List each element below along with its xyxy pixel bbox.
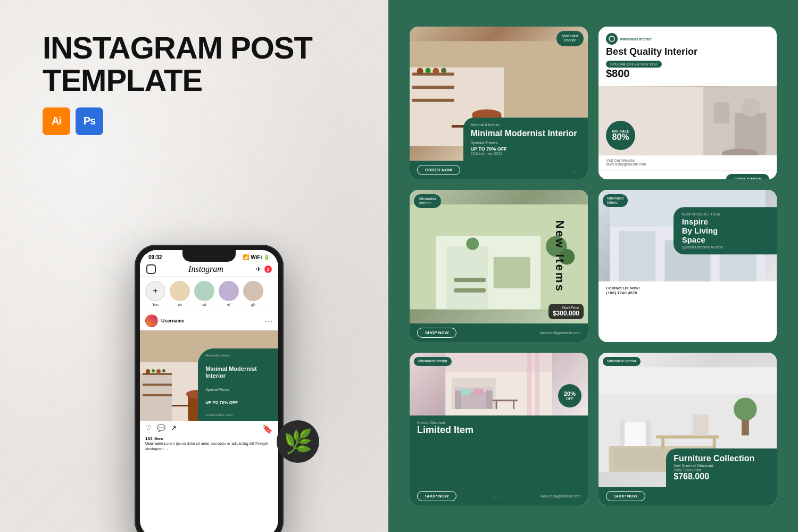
svg-rect-55 <box>473 389 483 395</box>
story-item-1[interactable]: ab <box>170 281 190 306</box>
card4-phone: (+00) 1240 4578 <box>606 290 769 295</box>
svg-rect-46 <box>720 254 757 281</box>
card1-title: Minimal Modernist Interior <box>471 129 581 138</box>
story-avatar-3 <box>219 281 239 301</box>
svg-rect-4 <box>143 384 172 386</box>
bookmark-icon[interactable]: 🔖 <box>262 424 273 434</box>
card3-new-items-label: New Items <box>553 221 567 293</box>
card3-price-tag: Start Price $300.000 <box>548 304 584 319</box>
post-caption: Username Lorem ipsum dolor sit amet, con… <box>145 441 273 452</box>
card2-special-offer: SPECIAL OFFER FOR YOU <box>606 61 662 68</box>
photoshop-badge: Ps <box>76 107 103 135</box>
card4-brand: MinimalistInterior <box>607 196 624 205</box>
svg-point-20 <box>433 68 439 74</box>
phone-mockup: 09:32 📶 WiFi 🔋 Instagram ✈ 2 + Y <box>135 245 284 532</box>
card1-bottom: ORDER NOW ... <box>410 161 588 179</box>
right-panel: Minimalist Interior Minimal Modernist In… <box>388 0 798 532</box>
svg-rect-28 <box>714 102 730 123</box>
story-item-you[interactable]: + You <box>145 281 165 306</box>
story-item-2[interactable]: cd <box>194 281 214 306</box>
card6-footer: SHOP NOW <box>598 487 777 505</box>
card-limited-item: Minimalist Interior 20% OFF Special Disc… <box>410 353 588 505</box>
svg-rect-60 <box>535 353 539 415</box>
svg-rect-52 <box>455 390 461 409</box>
card-furniture-collection: Minimalist Interior Furniture Collection… <box>598 353 777 505</box>
card2-brand-text: Minimalist Interior <box>620 37 652 41</box>
svg-point-72 <box>734 398 757 421</box>
card5-footer: SHOP NOW ... www.reallygreatsite.com <box>410 488 588 505</box>
card3-price-value: $300.000 <box>553 310 579 317</box>
svg-point-37 <box>466 237 479 250</box>
card1-photo: Minimalist Interior Minimal Modernist In… <box>410 27 588 161</box>
post-header: Username ··· <box>140 311 278 330</box>
card5-website: www.reallygreatsite.com <box>541 494 580 498</box>
camera-icon[interactable] <box>146 264 156 274</box>
card2-cta[interactable]: ORDER NOW <box>726 174 769 179</box>
story-item-3[interactable]: ef <box>219 281 239 306</box>
story-avatar-you: + <box>145 281 165 301</box>
svg-rect-70 <box>661 439 664 450</box>
mini-discount: UP TO 70% OFF <box>205 400 273 405</box>
mini-date: 23 December 2023 <box>205 413 273 417</box>
svg-rect-35 <box>454 278 486 282</box>
svg-rect-43 <box>619 231 656 281</box>
svg-rect-57 <box>496 402 497 410</box>
svg-rect-53 <box>486 390 493 409</box>
story-avatar-1 <box>170 281 190 301</box>
card5-cta[interactable]: SHOP NOW <box>417 491 456 501</box>
card1-date: 23 December 2023 <box>471 152 581 155</box>
title-section: INSTAGRAM POST TEMPLATE Ai Ps <box>0 0 312 135</box>
story-label-you: You <box>152 303 159 306</box>
svg-rect-67 <box>619 420 625 446</box>
card5-special-label: Special Discount <box>417 421 580 425</box>
likes-count: 134 likes <box>145 436 273 441</box>
card2-brand-row: Minimalist Interior <box>606 33 764 45</box>
story-item-4[interactable]: gh <box>243 281 263 306</box>
card2-price: $800 <box>606 68 764 80</box>
instagram-logo: Instagram <box>188 264 223 274</box>
like-icon[interactable]: ♡ <box>145 424 152 434</box>
card3-cta[interactable]: SHOP NOW <box>417 328 456 338</box>
svg-rect-17 <box>412 99 454 102</box>
svg-rect-69 <box>656 436 719 439</box>
card4-contact: Contact Us Now! <box>606 286 769 290</box>
plant-leaves: 🌿 <box>284 428 313 455</box>
svg-rect-36 <box>454 288 486 293</box>
svg-point-9 <box>162 369 165 372</box>
card2-sale-badge: BIG SALE 80% <box>606 121 635 150</box>
svg-rect-59 <box>527 353 532 415</box>
card1-brand-pill: MinimalistInterior <box>556 31 584 46</box>
post-menu-icon[interactable]: ··· <box>265 317 273 325</box>
card6-photo: Minimalist Interior Furniture Collection… <box>598 353 777 487</box>
card6-price-label: Price Start From <box>674 468 769 472</box>
plant-decoration: 🌿 <box>277 420 325 468</box>
card6-price: $768.000 <box>674 472 769 481</box>
title-line1: INSTAGRAM POST <box>43 32 312 64</box>
card6-cta[interactable]: SHOP NOW <box>606 491 645 501</box>
post-user-info: Username <box>145 314 185 327</box>
title-line2: TEMPLATE <box>43 64 312 97</box>
card2-top: Minimalist Interior Best Quality Interio… <box>598 27 777 86</box>
svg-point-6 <box>146 369 150 373</box>
card4-product-label: NEW PRODUCT ITEM <box>682 212 770 216</box>
svg-point-8 <box>156 369 161 373</box>
card1-dots: ... <box>571 167 580 173</box>
story-avatar-2 <box>194 281 214 301</box>
card1-cta[interactable]: ORDER NOW <box>417 165 460 175</box>
mini-post-bg: Minimalist Interior Minimal Modernist In… <box>140 330 278 421</box>
svg-rect-58 <box>513 402 514 410</box>
main-title: INSTAGRAM POST TEMPLATE <box>43 32 312 97</box>
svg-rect-5 <box>143 394 172 396</box>
stories-row: + You ab cd ef <box>140 277 278 311</box>
comment-icon[interactable]: 💬 <box>157 424 165 434</box>
card3-brand: MinimalistInterior <box>419 197 436 206</box>
card2-brand-icon <box>606 33 618 45</box>
card1-brand-top: MinimalistInterior <box>562 34 578 43</box>
svg-rect-16 <box>412 86 454 89</box>
card2-title-area: Minimalist Interior Best Quality Interio… <box>606 33 769 80</box>
send-icon[interactable]: ✈ <box>256 265 261 273</box>
svg-point-7 <box>152 369 155 372</box>
card4-title: Inspire By Living Space <box>682 217 770 245</box>
svg-rect-29 <box>735 113 766 155</box>
share-icon[interactable]: ↗ <box>171 424 177 434</box>
